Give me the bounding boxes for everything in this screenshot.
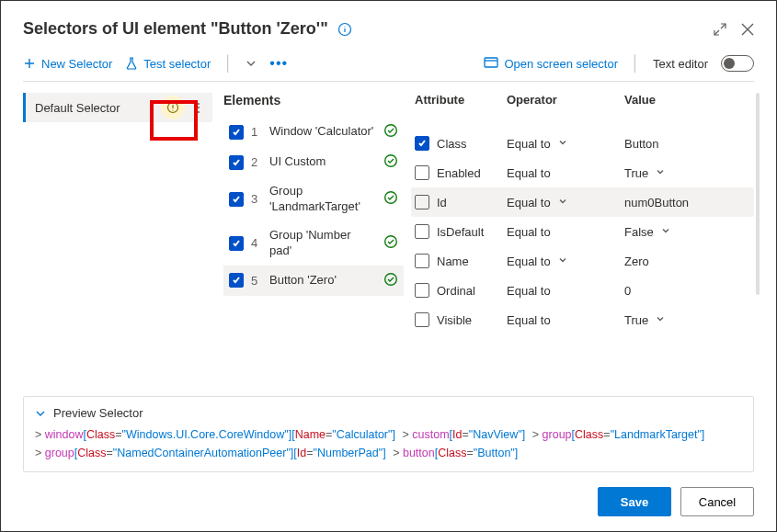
attribute-name: Ordinal bbox=[437, 284, 475, 298]
success-icon bbox=[383, 272, 398, 289]
chevron-down-icon[interactable] bbox=[558, 255, 567, 266]
open-screen-selector-label: Open screen selector bbox=[504, 57, 618, 71]
preview-selector-title: Preview Selector bbox=[53, 406, 143, 420]
element-label: Window 'Calculator' bbox=[269, 124, 376, 140]
checkbox[interactable] bbox=[415, 254, 429, 268]
scrollbar[interactable] bbox=[756, 93, 760, 295]
close-icon[interactable] bbox=[741, 23, 754, 36]
svg-point-8 bbox=[385, 125, 397, 137]
attribute-row[interactable]: OrdinalEqual to0 bbox=[411, 276, 754, 305]
element-index: 4 bbox=[251, 236, 262, 250]
svg-point-2 bbox=[344, 26, 345, 27]
checkbox[interactable] bbox=[229, 125, 244, 140]
attribute-value[interactable]: Zero bbox=[624, 255, 649, 268]
success-icon bbox=[383, 123, 398, 141]
checkbox[interactable] bbox=[415, 136, 429, 151]
attribute-operator[interactable]: Equal to bbox=[507, 313, 551, 327]
attr-header-attribute: Attribute bbox=[411, 93, 507, 107]
attribute-row[interactable]: ClassEqual toButton bbox=[411, 129, 754, 158]
element-index: 1 bbox=[251, 125, 262, 139]
text-editor-label: Text editor bbox=[653, 57, 708, 71]
info-icon[interactable] bbox=[337, 22, 352, 37]
preview-selector-body: > window[Class="Windows.UI.Core.CoreWind… bbox=[35, 425, 742, 462]
attribute-name: Enabled bbox=[437, 166, 481, 180]
chevron-down-icon[interactable] bbox=[656, 314, 665, 325]
element-row[interactable]: 1Window 'Calculator' bbox=[223, 117, 404, 147]
attribute-name: Class bbox=[437, 137, 467, 151]
attribute-row[interactable]: IsDefaultEqual toFalse bbox=[411, 217, 754, 246]
preview-selector-toggle[interactable]: Preview Selector bbox=[35, 406, 742, 420]
more-icon[interactable]: ••• bbox=[269, 55, 288, 72]
svg-rect-3 bbox=[485, 58, 497, 67]
checkbox[interactable] bbox=[415, 165, 429, 180]
sidebar-item-default-selector[interactable]: Default Selector ⋮ bbox=[23, 93, 212, 122]
chevron-down-icon[interactable] bbox=[656, 167, 665, 178]
chevron-down-icon[interactable] bbox=[558, 197, 567, 208]
attribute-value[interactable]: False bbox=[624, 225, 654, 239]
svg-point-11 bbox=[385, 236, 397, 248]
selectors-sidebar: Default Selector ⋮ bbox=[23, 93, 212, 387]
checkbox[interactable] bbox=[229, 273, 244, 288]
element-row[interactable]: 3Group 'LandmarkTarget' bbox=[223, 177, 404, 221]
checkbox[interactable] bbox=[229, 192, 244, 207]
expand-icon[interactable] bbox=[714, 23, 726, 36]
checkbox[interactable] bbox=[415, 283, 429, 298]
checkbox[interactable] bbox=[415, 312, 429, 327]
elements-heading: Elements bbox=[223, 93, 404, 108]
save-button[interactable]: Save bbox=[598, 487, 671, 516]
checkbox[interactable] bbox=[415, 224, 429, 239]
attribute-name: Name bbox=[437, 255, 469, 268]
attr-header-operator: Operator bbox=[507, 93, 624, 107]
attribute-value[interactable]: True bbox=[624, 166, 648, 180]
element-row[interactable]: 4Group 'Number pad' bbox=[223, 221, 404, 266]
preview-selector-panel: Preview Selector > window[Class="Windows… bbox=[23, 396, 754, 472]
element-index: 3 bbox=[251, 192, 262, 206]
attribute-operator[interactable]: Equal to bbox=[507, 225, 551, 239]
kebab-icon[interactable]: ⋮ bbox=[192, 100, 205, 115]
success-icon bbox=[383, 234, 398, 252]
attribute-value[interactable]: num0Button bbox=[624, 196, 689, 209]
element-row[interactable]: 2UI Custom bbox=[223, 147, 404, 177]
success-icon bbox=[383, 190, 398, 208]
svg-point-12 bbox=[385, 273, 397, 285]
checkbox[interactable] bbox=[229, 236, 244, 251]
attribute-value[interactable]: 0 bbox=[624, 284, 631, 298]
attribute-value[interactable]: Button bbox=[624, 137, 659, 151]
attribute-row[interactable]: IdEqual tonum0Button bbox=[411, 187, 754, 217]
toolbar-divider-2: │ bbox=[631, 55, 640, 72]
cancel-button[interactable]: Cancel bbox=[680, 487, 754, 516]
element-row[interactable]: 5Button 'Zero' bbox=[223, 266, 404, 296]
attribute-row[interactable]: VisibleEqual toTrue bbox=[411, 305, 754, 334]
open-screen-selector-button[interactable]: Open screen selector bbox=[484, 57, 618, 71]
attribute-row[interactable]: EnabledEqual toTrue bbox=[411, 158, 754, 187]
element-label: Group 'Number pad' bbox=[269, 228, 376, 259]
dialog-title: Selectors of UI element "Button 'Zero'" bbox=[23, 19, 328, 39]
attribute-row[interactable]: NameEqual toZero bbox=[411, 246, 754, 276]
toolbar-divider: │ bbox=[223, 55, 233, 72]
chevron-down-icon[interactable] bbox=[661, 226, 670, 237]
attribute-operator[interactable]: Equal to bbox=[507, 255, 551, 268]
attr-header-value: Value bbox=[624, 93, 754, 107]
attribute-name: Visible bbox=[437, 313, 472, 327]
attribute-name: IsDefault bbox=[437, 225, 484, 239]
attribute-value[interactable]: True bbox=[624, 313, 648, 327]
svg-point-10 bbox=[385, 192, 397, 204]
new-selector-button[interactable]: New Selector bbox=[23, 57, 112, 71]
test-selector-button[interactable]: Test selector bbox=[125, 57, 211, 71]
attribute-name: Id bbox=[437, 196, 447, 209]
attribute-operator[interactable]: Equal to bbox=[507, 196, 551, 209]
checkbox[interactable] bbox=[415, 195, 429, 209]
attribute-operator[interactable]: Equal to bbox=[507, 166, 551, 180]
sidebar-item-label: Default Selector bbox=[35, 101, 120, 115]
checkbox[interactable] bbox=[229, 155, 244, 170]
test-selector-label: Test selector bbox=[143, 57, 211, 71]
element-label: Button 'Zero' bbox=[269, 273, 376, 289]
success-icon bbox=[383, 153, 398, 171]
text-editor-toggle[interactable] bbox=[721, 55, 754, 72]
attribute-operator[interactable]: Equal to bbox=[507, 284, 551, 298]
attribute-operator[interactable]: Equal to bbox=[507, 137, 551, 151]
element-index: 2 bbox=[251, 155, 262, 169]
chevron-down-icon[interactable] bbox=[558, 138, 567, 149]
svg-point-9 bbox=[385, 155, 397, 167]
chevron-down-icon[interactable] bbox=[246, 58, 257, 69]
